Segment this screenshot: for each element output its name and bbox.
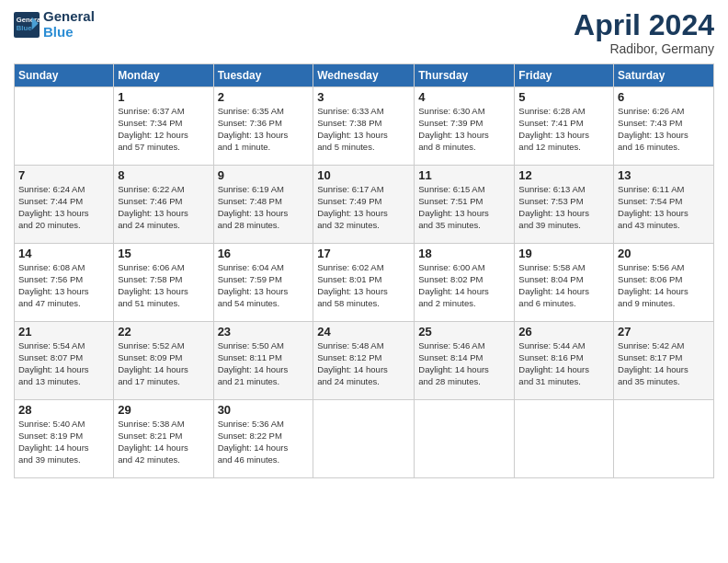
- day-info: Sunrise: 5:40 AM Sunset: 8:19 PM Dayligh…: [18, 419, 109, 465]
- day-number: 29: [118, 403, 209, 417]
- calendar-cell: 15Sunrise: 6:06 AM Sunset: 7:58 PM Dayli…: [114, 244, 213, 322]
- col-monday: Monday: [114, 64, 213, 87]
- day-info: Sunrise: 6:02 AM Sunset: 8:01 PM Dayligh…: [317, 262, 410, 309]
- calendar-cell: 6Sunrise: 6:26 AM Sunset: 7:43 PM Daylig…: [614, 87, 714, 166]
- col-wednesday: Wednesday: [313, 64, 415, 87]
- calendar-week-row: 28Sunrise: 5:40 AM Sunset: 8:19 PM Dayli…: [15, 400, 714, 478]
- calendar-cell: 27Sunrise: 5:42 AM Sunset: 8:17 PM Dayli…: [614, 322, 714, 400]
- calendar-week-row: 14Sunrise: 6:08 AM Sunset: 7:56 PM Dayli…: [15, 244, 714, 322]
- day-number: 19: [518, 247, 609, 260]
- calendar-table: Sunday Monday Tuesday Wednesday Thursday…: [14, 63, 714, 478]
- day-info: Sunrise: 5:56 AM Sunset: 8:06 PM Dayligh…: [618, 262, 710, 309]
- day-number: 1: [118, 90, 209, 104]
- day-info: Sunrise: 5:48 AM Sunset: 8:12 PM Dayligh…: [317, 340, 410, 387]
- header: General Blue General Blue April 2024 Rad…: [14, 9, 714, 56]
- calendar-cell: 18Sunrise: 6:00 AM Sunset: 8:02 PM Dayli…: [415, 244, 515, 322]
- calendar-cell: [313, 400, 415, 478]
- day-number: 8: [118, 168, 209, 182]
- col-friday: Friday: [515, 64, 614, 87]
- calendar-cell: 9Sunrise: 6:19 AM Sunset: 7:48 PM Daylig…: [213, 166, 313, 244]
- calendar-cell: 21Sunrise: 5:54 AM Sunset: 8:07 PM Dayli…: [15, 322, 114, 400]
- calendar-cell: 10Sunrise: 6:17 AM Sunset: 7:49 PM Dayli…: [313, 166, 415, 244]
- day-info: Sunrise: 6:13 AM Sunset: 7:53 PM Dayligh…: [518, 184, 609, 231]
- day-number: 14: [18, 247, 109, 260]
- calendar-week-row: 21Sunrise: 5:54 AM Sunset: 8:07 PM Dayli…: [15, 322, 714, 400]
- calendar-cell: 29Sunrise: 5:38 AM Sunset: 8:21 PM Dayli…: [114, 400, 213, 478]
- day-info: Sunrise: 5:38 AM Sunset: 8:21 PM Dayligh…: [118, 419, 209, 465]
- calendar-cell: 16Sunrise: 6:04 AM Sunset: 7:59 PM Dayli…: [213, 244, 313, 322]
- day-number: 30: [218, 403, 310, 417]
- calendar-cell: 23Sunrise: 5:50 AM Sunset: 8:11 PM Dayli…: [213, 322, 313, 400]
- day-number: 21: [18, 325, 109, 339]
- day-info: Sunrise: 5:46 AM Sunset: 8:14 PM Dayligh…: [418, 340, 510, 387]
- month-title: April 2024: [574, 9, 714, 41]
- calendar-cell: 13Sunrise: 6:11 AM Sunset: 7:54 PM Dayli…: [614, 166, 714, 244]
- calendar-cell: 19Sunrise: 5:58 AM Sunset: 8:04 PM Dayli…: [515, 244, 614, 322]
- logo-text: General: [43, 9, 95, 25]
- logo: General Blue General Blue: [14, 9, 95, 40]
- calendar-cell: 5Sunrise: 6:28 AM Sunset: 7:41 PM Daylig…: [515, 87, 614, 166]
- day-number: 9: [218, 168, 310, 182]
- day-number: 17: [317, 247, 410, 260]
- location: Radibor, Germany: [574, 41, 714, 56]
- day-number: 7: [18, 168, 109, 182]
- calendar-cell: 30Sunrise: 5:36 AM Sunset: 8:22 PM Dayli…: [213, 400, 313, 478]
- day-number: 5: [518, 90, 609, 104]
- day-number: 20: [618, 247, 710, 260]
- day-info: Sunrise: 6:37 AM Sunset: 7:34 PM Dayligh…: [118, 106, 209, 153]
- day-number: 12: [518, 168, 609, 182]
- calendar-cell: 20Sunrise: 5:56 AM Sunset: 8:06 PM Dayli…: [614, 244, 714, 322]
- calendar-cell: 12Sunrise: 6:13 AM Sunset: 7:53 PM Dayli…: [515, 166, 614, 244]
- day-number: 25: [418, 325, 510, 339]
- day-number: 3: [317, 90, 410, 104]
- day-info: Sunrise: 6:11 AM Sunset: 7:54 PM Dayligh…: [618, 184, 710, 231]
- day-number: 11: [418, 168, 510, 182]
- day-number: 15: [118, 247, 209, 260]
- day-info: Sunrise: 6:22 AM Sunset: 7:46 PM Dayligh…: [118, 184, 209, 231]
- calendar-header-row: Sunday Monday Tuesday Wednesday Thursday…: [15, 64, 714, 87]
- calendar-cell: [614, 400, 714, 478]
- day-number: 23: [218, 325, 310, 339]
- col-thursday: Thursday: [415, 64, 515, 87]
- day-number: 10: [317, 168, 410, 182]
- day-number: 16: [218, 247, 310, 260]
- day-number: 2: [218, 90, 310, 104]
- day-info: Sunrise: 6:06 AM Sunset: 7:58 PM Dayligh…: [118, 262, 209, 309]
- calendar-cell: 1Sunrise: 6:37 AM Sunset: 7:34 PM Daylig…: [114, 87, 213, 166]
- calendar-cell: 14Sunrise: 6:08 AM Sunset: 7:56 PM Dayli…: [15, 244, 114, 322]
- day-info: Sunrise: 6:35 AM Sunset: 7:36 PM Dayligh…: [218, 106, 310, 153]
- page-container: General Blue General Blue April 2024 Rad…: [0, 0, 728, 488]
- day-info: Sunrise: 6:04 AM Sunset: 7:59 PM Dayligh…: [218, 262, 310, 309]
- col-tuesday: Tuesday: [213, 64, 313, 87]
- calendar-cell: 3Sunrise: 6:33 AM Sunset: 7:38 PM Daylig…: [313, 87, 415, 166]
- day-number: 6: [618, 90, 710, 104]
- day-info: Sunrise: 5:50 AM Sunset: 8:11 PM Dayligh…: [218, 340, 310, 387]
- calendar-cell: 11Sunrise: 6:15 AM Sunset: 7:51 PM Dayli…: [415, 166, 515, 244]
- day-info: Sunrise: 5:36 AM Sunset: 8:22 PM Dayligh…: [218, 419, 310, 465]
- day-info: Sunrise: 6:00 AM Sunset: 8:02 PM Dayligh…: [418, 262, 510, 309]
- calendar-cell: [415, 400, 515, 478]
- calendar-cell: 28Sunrise: 5:40 AM Sunset: 8:19 PM Dayli…: [15, 400, 114, 478]
- day-info: Sunrise: 6:15 AM Sunset: 7:51 PM Dayligh…: [418, 184, 510, 231]
- col-saturday: Saturday: [614, 64, 714, 87]
- calendar-cell: [15, 87, 114, 166]
- calendar-cell: [515, 400, 614, 478]
- calendar-cell: 8Sunrise: 6:22 AM Sunset: 7:46 PM Daylig…: [114, 166, 213, 244]
- day-number: 26: [518, 325, 609, 339]
- calendar-cell: 26Sunrise: 5:44 AM Sunset: 8:16 PM Dayli…: [515, 322, 614, 400]
- day-number: 28: [18, 403, 109, 417]
- day-info: Sunrise: 6:28 AM Sunset: 7:41 PM Dayligh…: [518, 106, 609, 153]
- day-info: Sunrise: 5:54 AM Sunset: 8:07 PM Dayligh…: [18, 340, 109, 387]
- day-info: Sunrise: 6:24 AM Sunset: 7:44 PM Dayligh…: [18, 184, 109, 231]
- calendar-cell: 22Sunrise: 5:52 AM Sunset: 8:09 PM Dayli…: [114, 322, 213, 400]
- day-info: Sunrise: 6:08 AM Sunset: 7:56 PM Dayligh…: [18, 262, 109, 309]
- day-number: 27: [618, 325, 710, 339]
- svg-text:Blue: Blue: [17, 23, 32, 31]
- logo-icon: General Blue: [14, 12, 40, 38]
- calendar-week-row: 7Sunrise: 6:24 AM Sunset: 7:44 PM Daylig…: [15, 166, 714, 244]
- calendar-cell: 17Sunrise: 6:02 AM Sunset: 8:01 PM Dayli…: [313, 244, 415, 322]
- day-number: 24: [317, 325, 410, 339]
- day-info: Sunrise: 5:52 AM Sunset: 8:09 PM Dayligh…: [118, 340, 209, 387]
- day-number: 22: [118, 325, 209, 339]
- calendar-cell: 4Sunrise: 6:30 AM Sunset: 7:39 PM Daylig…: [415, 87, 515, 166]
